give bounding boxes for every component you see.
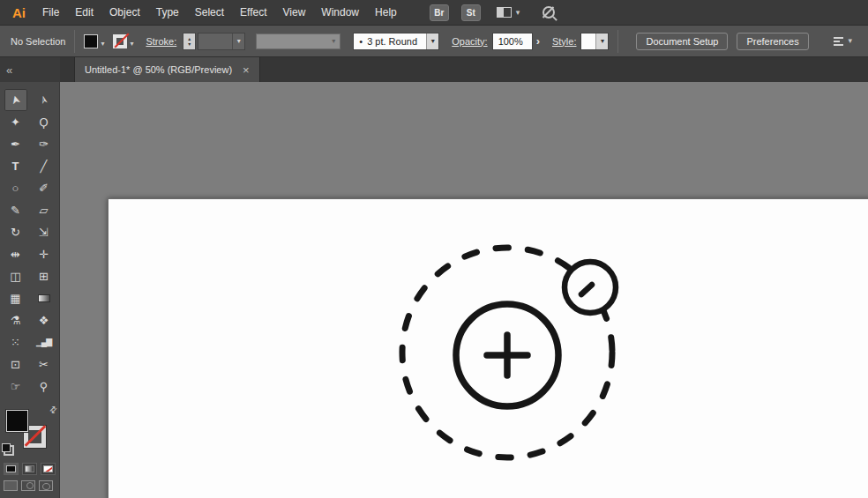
swap-fill-stroke-icon[interactable]: ⇄	[47, 404, 59, 416]
menu-bar: Ai FileEditObjectTypeSelectEffectViewWin…	[0, 0, 868, 26]
magic-wand-icon: ✦	[11, 116, 20, 128]
mesh-icon: ▦	[10, 293, 20, 304]
tool-width[interactable]: ⇹	[4, 243, 27, 265]
menu-window[interactable]: Window	[313, 0, 367, 26]
chevron-down-icon[interactable]: ▾	[130, 40, 133, 48]
width-profile-combo[interactable]: ▾	[256, 33, 340, 49]
tool-magic-wand[interactable]: ✦	[4, 111, 27, 133]
fill-color-swatch[interactable]	[84, 34, 98, 48]
gradient-button[interactable]	[22, 463, 37, 475]
selection-icon: ➤	[9, 94, 22, 107]
chevron-down-icon[interactable]: ▾	[426, 33, 438, 49]
plus-icon[interactable]	[487, 335, 528, 375]
close-tab-icon[interactable]: ×	[243, 63, 250, 77]
tool-free-transform[interactable]: ✛	[33, 243, 56, 265]
chevron-down-icon[interactable]: ▾	[232, 33, 244, 49]
tool-perspective-grid[interactable]: ⊞	[33, 265, 56, 287]
line-segment-icon: ╱	[41, 160, 48, 172]
tool-direct-selection[interactable]: ➢	[33, 89, 56, 111]
stroke-weight-combo[interactable]: ▾	[198, 33, 245, 50]
gradient-icon	[25, 465, 34, 472]
document-setup-button[interactable]: Document Setup	[636, 33, 728, 50]
menu-effect[interactable]: Effect	[232, 0, 274, 26]
default-fill-stroke-icon[interactable]	[2, 443, 14, 456]
stroke-color-swatch[interactable]	[113, 34, 127, 48]
bridge-button[interactable]: Br	[430, 4, 449, 21]
arrange-documents-icon	[497, 7, 512, 18]
align-dropdown[interactable]: ▾	[834, 37, 852, 46]
opacity-value: 100%	[493, 33, 532, 49]
stepper-down-icon[interactable]: ▾	[188, 41, 191, 47]
tool-gradient[interactable]: ■	[33, 287, 56, 309]
none-button[interactable]	[41, 463, 56, 475]
width-icon: ⇹	[11, 249, 20, 260]
tool-mesh[interactable]: ▦	[4, 287, 27, 309]
tool-column-graph[interactable]: ▁▄▇	[33, 331, 56, 353]
chevron-right-icon[interactable]: ›	[536, 34, 540, 48]
lens-slash-icon[interactable]	[542, 6, 555, 19]
none-icon	[43, 465, 53, 472]
chevron-down-icon: ▾	[848, 37, 852, 45]
draw-inside-button[interactable]	[39, 480, 53, 491]
free-transform-icon: ✛	[39, 249, 49, 260]
tool-lasso[interactable]: Ϙ	[33, 111, 56, 133]
tool-pencil[interactable]: ✎	[4, 199, 27, 221]
menu-object[interactable]: Object	[101, 0, 148, 26]
width-profile-value	[257, 34, 327, 48]
tool-scale[interactable]: ⇲	[33, 221, 56, 243]
document-tab[interactable]: Untitled-1* @ 50% (RGB/Preview) ×	[74, 57, 260, 82]
artboard-icon: ⊡	[11, 359, 20, 370]
tool-symbol-sprayer[interactable]: ⁙	[4, 331, 27, 353]
tool-hand[interactable]: ☞	[4, 375, 27, 398]
stock-button[interactable]: St	[461, 4, 481, 21]
brush-combo[interactable]: • 3 pt. Round ▾	[353, 33, 439, 50]
chevron-down-icon[interactable]: ▾	[101, 40, 104, 48]
style-combo[interactable]: ▾	[580, 33, 609, 50]
tool-pen[interactable]: ✒	[4, 133, 27, 155]
brush-name: 3 pt. Round	[367, 36, 417, 47]
color-button[interactable]	[4, 463, 19, 475]
atom-illustration[interactable]	[60, 82, 868, 498]
canvas-area[interactable]	[60, 82, 868, 498]
tool-ellipse[interactable]: ○	[4, 177, 27, 199]
chevron-down-icon[interactable]: ▾	[595, 33, 608, 49]
tool-eyedropper[interactable]: ⚗	[4, 309, 27, 331]
tool-selection[interactable]: ➤	[4, 89, 27, 111]
perspective-grid-icon: ⊞	[39, 271, 49, 282]
tool-slice[interactable]: ✂	[33, 353, 56, 375]
drawing-mode-buttons	[4, 480, 53, 491]
stroke-label[interactable]: Stroke:	[146, 36, 176, 47]
tool-eraser[interactable]: ▱	[33, 199, 56, 221]
menu-help[interactable]: Help	[367, 0, 405, 26]
collapse-tools-panel-button[interactable]: «	[0, 57, 60, 82]
tool-rotate[interactable]: ↻	[4, 221, 27, 243]
opacity-field[interactable]: 100%	[492, 33, 533, 50]
tool-artboard[interactable]: ⊡	[4, 353, 27, 375]
tool-line-segment[interactable]: ╱	[33, 155, 56, 177]
tool-zoom[interactable]: ⚲	[33, 375, 56, 398]
tool-curvature[interactable]: ✑	[33, 133, 56, 155]
menu-type[interactable]: Type	[148, 0, 187, 26]
tool-shape-builder[interactable]: ◫	[4, 265, 27, 287]
opacity-label[interactable]: Opacity:	[452, 36, 487, 47]
tool-blend[interactable]: ❖	[33, 309, 56, 331]
preferences-button[interactable]: Preferences	[737, 33, 808, 50]
menu-select[interactable]: Select	[187, 0, 232, 26]
tool-type[interactable]: T	[4, 155, 27, 177]
draw-normal-button[interactable]	[4, 480, 18, 491]
draw-behind-button[interactable]	[21, 480, 35, 491]
chevron-down-icon[interactable]: ▾	[327, 34, 340, 48]
tool-paintbrush[interactable]: ✐	[33, 177, 56, 199]
stroke-weight-stepper[interactable]: ▴ ▾	[183, 33, 196, 50]
style-label[interactable]: Style:	[552, 36, 577, 47]
zoom-icon: ⚲	[40, 381, 49, 392]
illustrator-window: Ai FileEditObjectTypeSelectEffectViewWin…	[0, 0, 868, 498]
fill-swatch[interactable]	[6, 410, 28, 432]
menu-edit[interactable]: Edit	[67, 0, 101, 26]
menu-file[interactable]: File	[34, 0, 67, 26]
shape-builder-icon: ◫	[10, 271, 20, 282]
curvature-icon: ✑	[39, 138, 49, 150]
menu-view[interactable]: View	[275, 0, 314, 26]
fill-stroke-controls: ⇄	[0, 405, 60, 457]
arrange-documents-button[interactable]: ▾	[497, 7, 520, 18]
